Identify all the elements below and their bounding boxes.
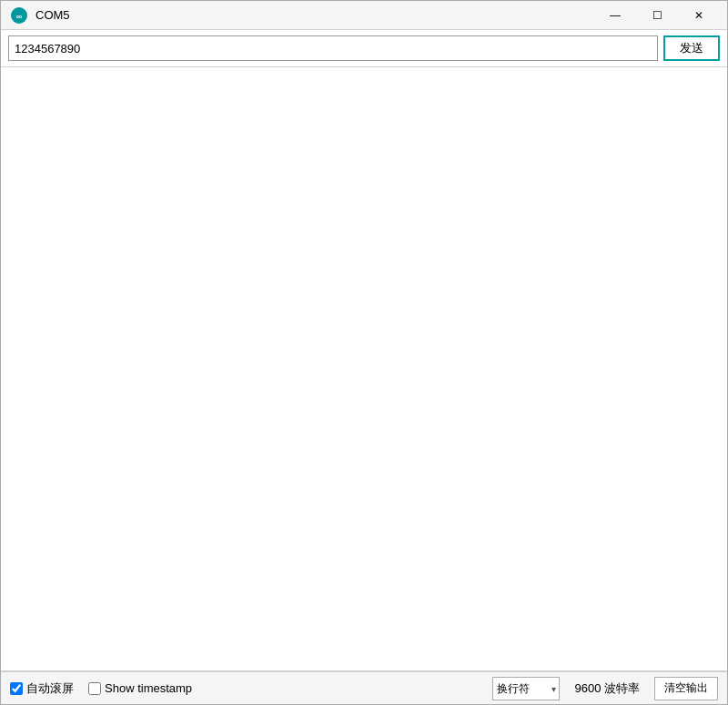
newline-select[interactable]: 换行符 无行尾 换行 回车 NL & CR [492, 677, 560, 700]
window-title: COM5 [35, 8, 70, 22]
show-timestamp-label: Show timestamp [105, 681, 192, 695]
main-window: ∞ COM5 — ☐ ✕ 发送 自动滚屏 Show timestamp 换行符 [0, 0, 728, 705]
newline-select-wrapper: 换行符 无行尾 换行 回车 NL & CR [492, 677, 560, 700]
baud-rate-label: 9600 波特率 [574, 680, 640, 697]
clear-button[interactable]: 清空输出 [654, 677, 718, 700]
maximize-button[interactable]: ☐ [636, 1, 678, 30]
show-timestamp-checkbox-group[interactable]: Show timestamp [88, 681, 192, 695]
close-button[interactable]: ✕ [678, 1, 720, 30]
arduino-icon: ∞ [10, 6, 28, 25]
toolbar: 发送 [1, 30, 727, 67]
show-timestamp-checkbox[interactable] [88, 682, 101, 695]
auto-scroll-label: 自动滚屏 [26, 680, 74, 697]
send-button[interactable]: 发送 [663, 35, 720, 61]
auto-scroll-checkbox-group[interactable]: 自动滚屏 [10, 680, 74, 697]
send-input[interactable] [8, 35, 658, 61]
status-bar: 自动滚屏 Show timestamp 换行符 无行尾 换行 回车 NL & C… [1, 671, 727, 704]
title-bar: ∞ COM5 — ☐ ✕ [1, 1, 727, 30]
minimize-button[interactable]: — [594, 1, 636, 30]
svg-text:∞: ∞ [16, 12, 23, 21]
title-bar-controls: — ☐ ✕ [594, 1, 720, 30]
title-bar-left: ∞ COM5 [10, 6, 70, 25]
auto-scroll-checkbox[interactable] [10, 682, 23, 695]
serial-output-area[interactable] [1, 67, 727, 671]
